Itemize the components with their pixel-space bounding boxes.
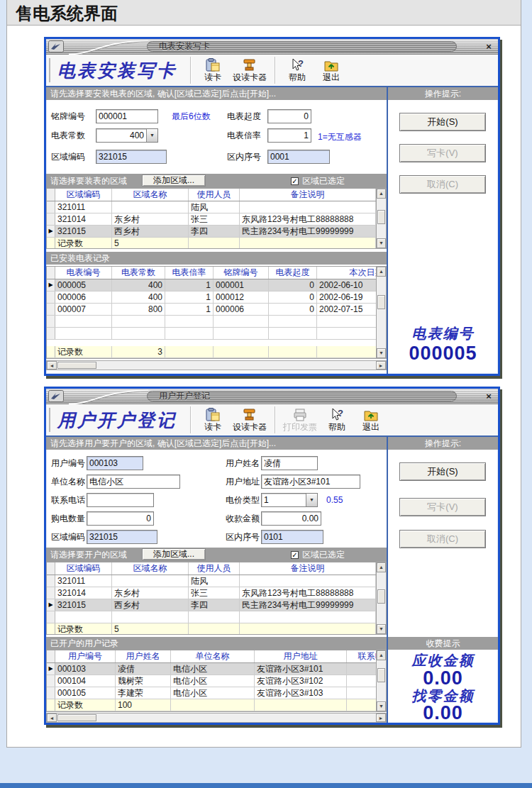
horizontal-scrollbar[interactable]: ◄ ► <box>46 360 387 370</box>
cell[interactable]: 陆风 <box>189 575 240 587</box>
scroll-thumb[interactable] <box>377 589 385 604</box>
cell[interactable]: 800 <box>112 304 165 315</box>
cell[interactable]: 000005 <box>55 279 112 291</box>
window-titlebar[interactable]: 用户开户登记 × <box>46 389 498 404</box>
set-reader-button[interactable]: 设读卡器 <box>230 58 270 82</box>
start-button[interactable]: 开始(S) <box>399 462 486 481</box>
vertical-scrollbar[interactable]: ▲ ▼ <box>377 266 387 359</box>
cell[interactable]: 000105 <box>55 687 116 699</box>
region-table[interactable]: 区域编码区域名称使用人员备注说明321011陆风321014东乡村张三东风路12… <box>46 188 377 249</box>
start-reading-input[interactable]: 0 <box>267 109 311 123</box>
user-addr-input[interactable]: 友谊路小区3#101 <box>261 475 360 489</box>
cell[interactable] <box>240 201 376 213</box>
area-code-input[interactable]: 321015 <box>87 530 157 544</box>
table-row[interactable]: 000006400100001202002-06-19 <box>47 292 376 304</box>
cell[interactable]: 电信小区 <box>171 687 255 699</box>
cell[interactable]: 321015 <box>55 226 112 237</box>
table-row[interactable]: 321011陆风 <box>47 575 376 587</box>
table-row[interactable]: ▶321015西乡村李四民主路234号村电工99999999 <box>47 599 376 611</box>
scroll-left-icon[interactable]: ◄ <box>47 361 57 370</box>
cell[interactable]: 凌倩 <box>116 663 171 675</box>
exit-button[interactable]: 退出 <box>314 58 348 82</box>
cell[interactable]: 东风路123号村电工88888888 <box>240 587 376 599</box>
cell[interactable]: 电信小区 <box>171 663 255 675</box>
horizontal-scrollbar[interactable]: ◄ ► <box>46 713 387 723</box>
cell[interactable] <box>347 675 377 687</box>
user-no-input[interactable]: 000103 <box>87 456 143 470</box>
constant-dropdown[interactable]: 400 ▼ <box>96 128 158 143</box>
cell[interactable] <box>240 575 376 587</box>
cell[interactable]: 友谊路小区3#101 <box>255 663 347 675</box>
scroll-up-icon[interactable]: ▲ <box>377 189 386 199</box>
exit-button[interactable]: 退出 <box>354 408 388 432</box>
cell[interactable]: 000012 <box>214 292 269 303</box>
scroll-thumb[interactable] <box>377 668 385 682</box>
vertical-scrollbar[interactable]: ▲ ▼ <box>377 650 387 712</box>
scroll-down-icon[interactable]: ▼ <box>377 624 386 634</box>
area-code-input[interactable]: 321015 <box>96 150 167 164</box>
nameplate-input[interactable]: 000001 <box>96 109 158 123</box>
cell[interactable]: 陆风 <box>189 201 240 213</box>
cell[interactable]: 321015 <box>55 599 112 611</box>
user-name-input[interactable]: 凌倩 <box>261 456 318 470</box>
cell[interactable]: 西乡村 <box>112 599 189 611</box>
cell[interactable]: 西乡村 <box>112 226 189 237</box>
region-selected-checkbox[interactable]: ✓ 区域已选定 <box>291 549 345 560</box>
scroll-thumb[interactable] <box>377 210 385 224</box>
cell[interactable]: 000006 <box>214 304 269 315</box>
cell[interactable]: 东风路123号村电工88888888 <box>240 213 376 225</box>
scroll-thumb[interactable] <box>57 362 96 369</box>
cell[interactable]: 0 <box>269 292 317 303</box>
cell[interactable] <box>112 201 189 213</box>
cell[interactable]: 400 <box>112 292 165 303</box>
cell[interactable]: 电信小区 <box>171 675 255 687</box>
users-table[interactable]: 用户编号用户姓名单位名称用户地址联系电话▶000103凌倩电信小区友谊路小区3#… <box>46 650 377 712</box>
scroll-up-icon[interactable]: ▲ <box>377 562 386 572</box>
cell[interactable]: 友谊路小区3#102 <box>255 675 347 687</box>
scroll-left-icon[interactable]: ◄ <box>47 714 57 722</box>
cell[interactable]: 张三 <box>189 213 240 225</box>
ratio-input[interactable]: 1 <box>267 128 311 143</box>
cell[interactable]: 000006 <box>55 292 112 303</box>
cell[interactable]: 1 <box>165 292 214 303</box>
cell[interactable]: 321014 <box>55 213 112 225</box>
region-table[interactable]: 区域编码区域名称使用人员备注说明321011陆风321014东乡村张三东风路12… <box>46 562 377 635</box>
cell[interactable]: 400 <box>112 279 165 291</box>
scroll-thumb[interactable] <box>377 295 385 309</box>
window-titlebar[interactable]: 电表安装写卡 × <box>46 39 498 55</box>
price-type-dropdown[interactable]: 1 ▼ <box>261 493 318 507</box>
scroll-down-icon[interactable]: ▼ <box>377 238 386 248</box>
start-button[interactable]: 开始(S) <box>399 113 486 131</box>
cell[interactable]: 东乡村 <box>112 587 189 599</box>
table-row[interactable]: ▶000005400100000102002-06-10 <box>47 279 376 292</box>
cell[interactable] <box>347 687 377 699</box>
read-card-button[interactable]: 读卡 <box>196 58 230 82</box>
help-button[interactable]: ? 帮助 <box>320 408 354 432</box>
scroll-up-icon[interactable]: ▲ <box>377 267 386 277</box>
scroll-down-icon[interactable]: ▼ <box>377 701 386 711</box>
add-region-button[interactable]: 添加区域... <box>142 548 206 560</box>
cell[interactable]: 321011 <box>55 201 112 213</box>
cell[interactable]: 李四 <box>189 226 240 237</box>
table-row[interactable]: 000105李建荣电信小区友谊路小区3#103 <box>47 687 376 699</box>
scroll-right-icon[interactable]: ► <box>376 361 386 370</box>
read-card-button[interactable]: 读卡 <box>196 408 230 432</box>
table-row[interactable]: ▶321015西乡村李四民主路234号村电工99999999 <box>47 226 376 238</box>
table-row[interactable]: 000104魏树荣电信小区友谊路小区3#102 <box>47 675 376 687</box>
cell[interactable] <box>347 663 377 675</box>
vertical-scrollbar[interactable]: ▲ ▼ <box>377 188 387 249</box>
cell[interactable]: 李建荣 <box>116 687 171 699</box>
table-row[interactable]: 000007800100000602002-07-15 <box>47 304 376 316</box>
chevron-down-icon[interactable]: ▼ <box>146 129 157 142</box>
cell[interactable]: 李四 <box>189 599 240 611</box>
table-row[interactable]: 321014东乡村张三东风路123号村电工88888888 <box>47 587 376 599</box>
cell[interactable]: 2002-06-19 <box>317 292 377 303</box>
cell[interactable] <box>112 575 189 587</box>
cell[interactable]: 张三 <box>189 587 240 599</box>
cell[interactable]: 2002-07-15 <box>317 304 377 315</box>
table-row[interactable]: 321014东乡村张三东风路123号村电工88888888 <box>47 213 376 226</box>
cell[interactable]: 0 <box>269 304 317 315</box>
cell[interactable]: 友谊路小区3#103 <box>255 687 347 699</box>
close-icon[interactable]: × <box>483 41 494 52</box>
cell[interactable]: 1 <box>165 304 214 315</box>
